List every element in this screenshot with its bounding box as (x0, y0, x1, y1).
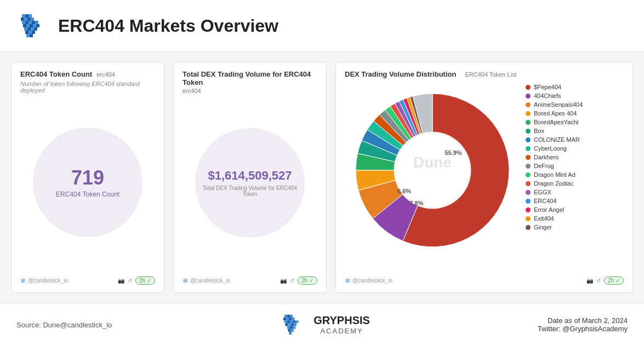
legend-name: Exit404 (534, 215, 622, 222)
svg-rect-15 (30, 24, 33, 27)
legend-dot (526, 181, 531, 186)
legend-dot (526, 111, 531, 116)
donut-svg: Dune (345, 83, 520, 258)
svg-rect-4 (21, 18, 24, 21)
svg-rect-43 (286, 323, 288, 326)
svg-rect-10 (29, 21, 32, 24)
legend-item: DeFrog (526, 162, 622, 170)
legend-name: $Pepe404 (534, 84, 622, 90)
footer-logo-icon (280, 311, 307, 338)
svg-rect-42 (296, 320, 299, 323)
legend-item: ERC404 (526, 197, 622, 205)
legend-name: 404Chiefs (534, 93, 622, 99)
check-icon-1: ✓ (147, 278, 151, 284)
svg-rect-36 (289, 318, 292, 320)
svg-rect-40 (290, 320, 293, 323)
svg-rect-7 (31, 18, 34, 21)
check-icon-2: ✓ (309, 278, 314, 284)
footer-right-1: 📷 ↺ 2h ✓ (118, 276, 155, 285)
dex-volume-bubble-outer: $1,614,509,527 Total DEX Trading Volume … (195, 128, 305, 238)
legend-name: COLONIZE MAR (534, 136, 622, 143)
footer-date: Date as of March 2, 2024 (538, 316, 628, 325)
svg-rect-18 (24, 27, 27, 31)
svg-rect-8 (22, 21, 25, 24)
token-count-subtitle: Number of token following ERC404 standar… (20, 80, 155, 94)
dex-distribution-tag: ERC404 Token List (465, 71, 516, 78)
dex-distribution-footer: ❄ @candlestick_io 📷 ↺ 2h ✓ (345, 276, 624, 285)
legend-item: Box (526, 126, 622, 135)
legend-container[interactable]: $Pepe404404ChiefsAnimeSenpais404Bored Ap… (526, 83, 624, 269)
footer-brand: GRYPHSIS ACADEMY (280, 311, 370, 338)
check-icon-3: ✓ (615, 278, 620, 284)
svg-rect-16 (33, 24, 36, 27)
footer-author-1: @candlestick_io (28, 278, 68, 284)
legend-item: COLONIZE MAR (526, 135, 622, 144)
svg-rect-31 (284, 315, 287, 318)
svg-rect-39 (287, 320, 290, 323)
svg-rect-3 (29, 14, 32, 18)
legend-name: Dragon Zodiac (534, 180, 622, 187)
footer-date-info: Date as of March 2, 2024 Twitter: @Gryph… (538, 316, 628, 333)
legend-item: CyberLoong (526, 144, 622, 153)
legend-dot (526, 216, 531, 221)
snowflake-icon-2: ❄ (183, 277, 188, 285)
footer-left-1: ❄ @candlestick_io (20, 277, 68, 285)
camera-icon-1[interactable]: 📷 (118, 278, 124, 284)
footer-brand-sub: ACADEMY (314, 327, 370, 335)
legend-item: Ginger (526, 223, 622, 232)
dex-volume-card: Total DEX Trading Volume for ERC404 Toke… (173, 62, 327, 293)
svg-rect-37 (292, 318, 295, 320)
token-count-card: ERC404 Token Count erc404 Number of toke… (11, 62, 164, 293)
dex-volume-bubble: $1,614,509,527 Total DEX Trading Volume … (183, 94, 317, 271)
legend-item: 404Chiefs (526, 91, 622, 100)
refresh-icon-2[interactable]: ↺ (290, 278, 294, 284)
pct-large-label: 55.9% (444, 149, 461, 156)
pct-med2-label: 6.6% (397, 188, 411, 194)
legend-name: Error Angel (534, 206, 622, 213)
header-logo-icon (16, 10, 48, 42)
legend-dot (526, 85, 531, 90)
dex-volume-label: Total DEX Trading Volume for ERC404 Toke… (195, 185, 305, 197)
legend-item: Error Angel (526, 205, 622, 214)
legend-dot (526, 146, 531, 151)
legend-name: CyberLoong (534, 145, 622, 152)
legend-dot (526, 129, 531, 134)
svg-rect-11 (32, 21, 35, 24)
svg-rect-50 (288, 329, 291, 332)
footer-author-3: @candlestick_io (352, 278, 392, 284)
token-count-bubble: 719 ERC404 Token Count (20, 94, 155, 271)
page-footer: Source: Dune@candlestick_io (0, 303, 644, 346)
svg-rect-19 (27, 27, 31, 31)
refresh-icon-1[interactable]: ↺ (128, 278, 132, 284)
refresh-icon-3[interactable]: ↺ (596, 278, 601, 284)
dex-card-inner: Dune 55.9% 7.8% 6.6% $Pepe404404ChiefsAn… (345, 83, 624, 271)
legend-dot (526, 172, 531, 177)
snowflake-icon-1: ❄ (20, 277, 26, 285)
legend-dot (526, 190, 531, 195)
legend-item: $Pepe404 (526, 83, 622, 91)
token-count-footer: ❄ @candlestick_io 📷 ↺ 2h ✓ (20, 276, 155, 285)
legend-item: Dragon Mint Ad (526, 170, 622, 179)
svg-rect-35 (286, 318, 289, 320)
legend-dot (526, 102, 531, 107)
svg-rect-22 (25, 31, 29, 34)
pct-med1-label: 7.8% (409, 200, 423, 206)
svg-rect-51 (291, 329, 294, 332)
svg-rect-46 (294, 323, 297, 326)
footer-left-2: ❄ @candlestick_io (183, 277, 230, 285)
svg-rect-12 (35, 21, 38, 24)
legend-name: DeFrog (534, 163, 622, 169)
svg-rect-32 (287, 315, 290, 318)
svg-rect-33 (290, 315, 293, 318)
page-header: ERC404 Markets Overview (0, 0, 644, 52)
svg-rect-25 (26, 34, 30, 37)
camera-icon-3[interactable]: 📷 (586, 278, 593, 284)
token-count-bubble-outer: 719 ERC404 Token Count (33, 128, 143, 237)
svg-rect-44 (288, 323, 291, 326)
camera-icon-2[interactable]: 📷 (280, 278, 287, 284)
svg-rect-49 (293, 326, 295, 329)
legend-name: AnimeSenpais404 (534, 101, 622, 108)
footer-right-2: 📷 ↺ 2h ✓ (280, 276, 317, 285)
dex-volume-value: $1,614,509,527 (195, 169, 305, 183)
legend-item: AnimeSenpais404 (526, 100, 622, 109)
